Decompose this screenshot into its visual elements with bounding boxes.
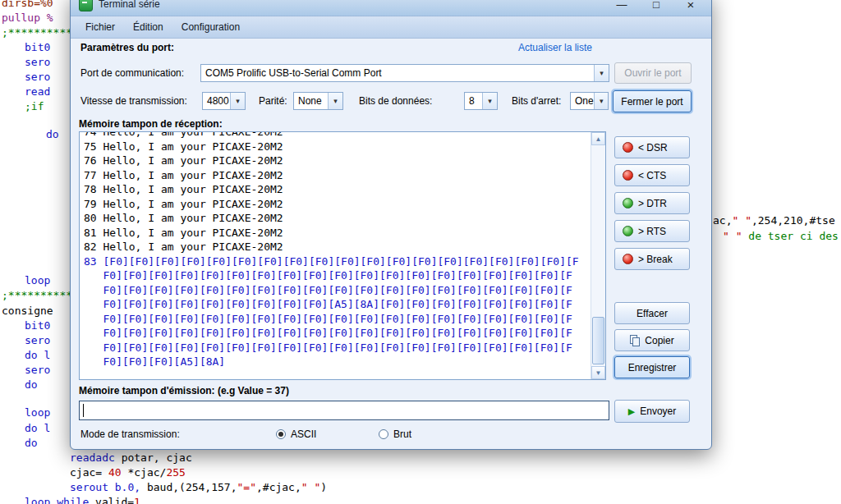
buffer-line: F0][F0][F0][F0][F0][F0][F0][F0][F0][F0][… (84, 268, 590, 283)
signal-button-break[interactable]: > Break (614, 248, 690, 270)
buffer-line: F0][F0][F0][F0][F0][F0][F0][F0][F0][F0][… (84, 326, 590, 341)
databits-select[interactable]: 8 ▾ (464, 92, 498, 110)
radio-ascii[interactable] (276, 429, 286, 439)
clear-button[interactable]: Effacer (614, 302, 690, 324)
com-port-value: COM5 Prolific USB-to-Serial Comm Port (205, 67, 382, 79)
code-line: " " de tser ci des (723, 230, 839, 242)
buffer-line: 76 Hello, I am your PICAXE-20M2 (84, 153, 590, 168)
code-line: do (25, 437, 38, 449)
signal-button-cts[interactable]: < CTS (614, 164, 690, 186)
stopbits-value: One (575, 95, 594, 107)
code-line: sero (25, 56, 50, 68)
code-line: ;*********** (2, 289, 79, 301)
parity-select[interactable]: None ▾ (293, 92, 343, 110)
code-line: loop while valid=1 (25, 496, 140, 504)
baud-select[interactable]: 4800 ▾ (202, 92, 246, 110)
com-port-select[interactable]: COM5 Prolific USB-to-Serial Comm Port ▾ (200, 64, 609, 82)
databits-label: Bits de données: (359, 95, 432, 107)
menu-bar: Fichier Édition Configuration (71, 16, 711, 39)
receive-buffer-heading: Mémoire tampon de réception: (79, 118, 223, 130)
buffer-line: 81 Hello, I am your PICAXE-20M2 (84, 226, 590, 241)
buffer-line: 83 [F0][F0][F0][F0][F0][F0][F0][F0][F0][… (84, 254, 590, 269)
copy-button[interactable]: Copier (614, 329, 690, 351)
buffer-line: F0][F0][F0][F0][F0][F0][F0][F0][F0][F0][… (84, 283, 590, 298)
menu-configuration[interactable]: Configuration (173, 18, 248, 36)
minimize-icon[interactable]: — (604, 0, 639, 16)
chevron-down-icon[interactable]: ▾ (328, 93, 342, 109)
refresh-list-link[interactable]: Actualiser la liste (518, 42, 592, 53)
led-red-icon (623, 170, 633, 181)
code-line: do l (25, 422, 50, 434)
buffer-line: 75 Hello, I am your PICAXE-20M2 (84, 140, 590, 154)
chevron-down-icon[interactable]: ▾ (594, 93, 609, 109)
title-bar[interactable]: Terminal série — □ × (71, 0, 711, 16)
buffer-line: F0][F0][F0][F0][F0][F0][F0][F0][F0][A5][… (84, 297, 590, 312)
code-line: bit0 (25, 319, 50, 332)
led-green-icon (623, 226, 633, 236)
code-line: bit0 (25, 41, 50, 53)
save-button[interactable]: Enregistrer (614, 356, 690, 378)
databits-value: 8 (469, 95, 475, 107)
window-controls: — □ × (604, 0, 708, 16)
app-icon (79, 0, 93, 11)
buffer-line: 77 Hello, I am your PICAXE-20M2 (84, 168, 590, 183)
port-params-heading: Paramètres du port: (80, 42, 174, 53)
code-line: ;*********** (2, 26, 79, 39)
menu-fichier[interactable]: Fichier (77, 18, 123, 36)
signal-label: < DSR (638, 142, 668, 153)
buffer-line: 78 Hello, I am your PICAXE-20M2 (84, 182, 590, 197)
transmit-input[interactable] (79, 401, 609, 420)
baud-label: Vitesse de transmission: (80, 95, 187, 107)
code-line: cjac= 40 *cjac/255 (70, 466, 186, 479)
signal-button-dtr[interactable]: > DTR (614, 192, 690, 214)
scroll-up-icon[interactable]: ▲ (591, 132, 605, 145)
signal-button-rts[interactable]: > RTS (614, 220, 690, 242)
signal-buttons: < DSR< CTS> DTR> RTS> Break (614, 136, 690, 276)
code-line: do l (25, 349, 50, 361)
code-line: ;if (25, 100, 50, 112)
signal-label: > Break (638, 254, 673, 265)
code-line: loop (25, 274, 50, 286)
radio-brut[interactable] (379, 429, 388, 439)
signal-label: < CTS (638, 170, 666, 181)
code-line: ac," ",254,210,#tse (713, 214, 835, 227)
send-icon: ▶ (628, 406, 635, 417)
signal-label: > DTR (638, 198, 667, 209)
buffer-line: F0][F0][F0][F0][F0][F0][F0][F0][F0][F0][… (84, 341, 590, 355)
terminal-serie-dialog: Terminal série — □ × Fichier Édition Con… (70, 0, 712, 450)
signal-label: > RTS (638, 226, 666, 237)
chevron-down-icon[interactable]: ▾ (482, 93, 497, 109)
baud-value: 4800 (207, 95, 229, 107)
maximize-icon[interactable]: □ (639, 0, 673, 16)
open-port-button[interactable]: Ouvrir le port (614, 62, 692, 84)
stopbits-select[interactable]: One ▾ (570, 92, 609, 110)
code-line: do (46, 128, 59, 140)
menu-edition[interactable]: Édition (125, 18, 172, 36)
receive-scrollbar[interactable]: ▲ ▼ (591, 132, 605, 379)
code-line: sero (25, 364, 50, 376)
code-line: consigne (2, 305, 53, 317)
scroll-down-icon[interactable]: ▼ (591, 366, 605, 379)
receive-buffer[interactable]: 74 Hello, I am your PICAXE-20M275 Hello,… (79, 131, 606, 380)
code-line: read (25, 85, 50, 98)
chevron-down-icon[interactable]: ▾ (230, 93, 245, 109)
transmit-mode-label: Mode de transmission: (80, 428, 180, 440)
signal-button-dsr[interactable]: < DSR (614, 136, 690, 158)
close-port-button[interactable]: Fermer le port (613, 90, 692, 112)
send-button[interactable]: ▶ Envoyer (614, 400, 690, 423)
buffer-line: 80 Hello, I am your PICAXE-20M2 (84, 211, 590, 226)
code-line: do (25, 378, 38, 391)
transmit-buffer-heading: Mémoire tampon d'émission: (e.g Value = … (79, 385, 289, 396)
chevron-down-icon[interactable]: ▾ (594, 65, 609, 81)
close-icon[interactable]: × (673, 0, 708, 16)
window-title: Terminal série (99, 0, 160, 10)
scrollbar-thumb[interactable] (592, 317, 604, 364)
buffer-line: F0][F0][F0][F0][F0][F0][F0][F0][F0][F0][… (84, 312, 590, 327)
buffer-line: F0][F0][F0][A5][8A] (84, 355, 590, 369)
led-red-icon (623, 254, 633, 264)
buffer-line: 79 Hello, I am your PICAXE-20M2 (84, 197, 590, 212)
parity-value: None (298, 95, 322, 107)
buffer-line: 82 Hello, I am your PICAXE-20M2 (84, 240, 590, 254)
led-green-icon (623, 198, 633, 208)
receive-buffer-text: 74 Hello, I am your PICAXE-20M275 Hello,… (84, 131, 590, 379)
